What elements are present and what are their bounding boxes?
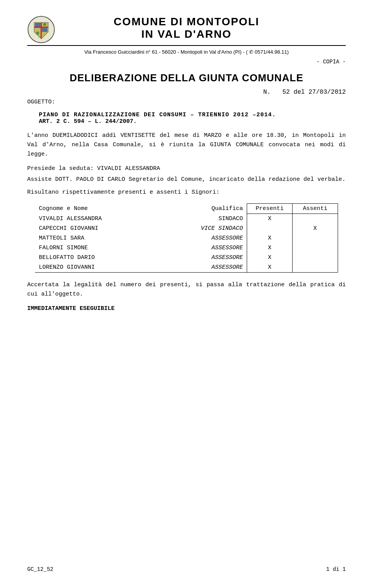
immediatamente-text: IMMEDIATAMENTE ESEGUIBILE <box>27 305 346 312</box>
body-paragraph1: L'anno DUEMILADODICI addì VENTISETTE del… <box>27 131 346 159</box>
svg-rect-3 <box>35 23 40 27</box>
th-qualifica: Qualifica <box>156 204 247 214</box>
deliberazione-title: DELIBERAZIONE DELLA GIUNTA COMUNALE <box>27 72 346 84</box>
table-row: VIVALDI ALESSANDRASINDACOX <box>35 214 338 224</box>
td-presenti: X <box>247 243 293 253</box>
crest-icon <box>27 16 55 44</box>
th-presenti: Presenti <box>247 204 293 214</box>
logo <box>27 16 58 47</box>
th-assenti: Assenti <box>293 204 338 214</box>
piano-text: PIANO DI RAZIONALIZZAZIONE DEI CONSUMI –… <box>39 112 346 118</box>
td-presenti: X <box>247 253 293 262</box>
svg-point-5 <box>36 32 39 35</box>
page-footer: GC_12_52 1 di 1 <box>27 566 346 572</box>
numero-value: 52 del 27/03/2012 <box>282 89 346 96</box>
numero-line: N. 52 del 27/03/2012 <box>27 89 346 96</box>
title-block: COMUNE DI MONTOPOLI IN VAL D'ARNO <box>27 16 346 40</box>
td-assenti: X <box>293 224 338 233</box>
td-cognome: CAPECCHI GIOVANNI <box>35 224 156 233</box>
svg-point-6 <box>43 23 46 26</box>
address: Via Francesco Guicciardini n° 61 - 56020… <box>27 49 346 55</box>
td-presenti: X <box>247 233 293 243</box>
table-row: MATTEOLI SARAASSESSOREX <box>35 233 338 243</box>
svg-rect-4 <box>42 28 47 32</box>
td-qualifica: SINDACO <box>156 214 247 224</box>
presiede-text: Presiede la seduta: VIVALDI ALESSANDRA <box>27 165 346 172</box>
td-cognome: VIVALDI ALESSANDRA <box>35 214 156 224</box>
td-qualifica: ASSESSORE <box>156 253 247 262</box>
td-qualifica: VICE SINDACO <box>156 224 247 233</box>
td-cognome: FALORNI SIMONE <box>35 243 156 253</box>
td-presenti: X <box>247 214 293 224</box>
td-assenti <box>293 253 338 262</box>
td-cognome: LORENZO GIOVANNI <box>35 262 156 273</box>
td-assenti <box>293 262 338 273</box>
td-qualifica: ASSESSORE <box>156 262 247 273</box>
footer-left: GC_12_52 <box>27 566 53 572</box>
accertata-text: Accertata la legalità del numero dei pre… <box>27 280 346 299</box>
title-line2: IN VAL D'ARNO <box>27 28 346 40</box>
presence-table: Cognome e Nome Qualifica Presenti Assent… <box>35 203 338 273</box>
risultano-text: Risultano rispettivamente presenti e ass… <box>27 189 346 196</box>
td-assenti <box>293 214 338 224</box>
numero-label: N. <box>263 89 271 96</box>
table-row: FALORNI SIMONEASSESSOREX <box>35 243 338 253</box>
th-cognome: Cognome e Nome <box>35 204 156 214</box>
td-presenti: X <box>247 262 293 273</box>
page-header: COMUNE DI MONTOPOLI IN VAL D'ARNO <box>27 16 346 40</box>
copia-label: - COPIA - <box>27 59 346 65</box>
table-header-row: Cognome e Nome Qualifica Presenti Assent… <box>35 204 338 214</box>
oggetto-line: OGGETTO: <box>27 99 346 105</box>
td-qualifica: ASSESSORE <box>156 233 247 243</box>
table-row: CAPECCHI GIOVANNIVICE SINDACOX <box>35 224 338 233</box>
footer-right: 1 di 1 <box>326 566 346 572</box>
piano-block: PIANO DI RAZIONALIZZAZIONE DEI CONSUMI –… <box>39 112 346 125</box>
assiste-text: Assiste DOTT. PAOLO DI CARLO Segretario … <box>27 175 346 184</box>
table-row: BELLOFATTO DARIOASSESSOREX <box>35 253 338 262</box>
presence-table-container: Cognome e Nome Qualifica Presenti Assent… <box>35 203 338 273</box>
td-assenti <box>293 233 338 243</box>
title-line1: COMUNE DI MONTOPOLI <box>27 16 346 28</box>
td-cognome: BELLOFATTO DARIO <box>35 253 156 262</box>
oggetto-label: OGGETTO: <box>27 99 55 105</box>
td-presenti <box>247 224 293 233</box>
td-qualifica: ASSESSORE <box>156 243 247 253</box>
header-divider <box>27 45 346 46</box>
td-cognome: MATTEOLI SARA <box>35 233 156 243</box>
table-row: LORENZO GIOVANNIASSESSOREX <box>35 262 338 273</box>
art-text: ART. 2 C. 594 – L. 244/2007. <box>39 118 346 125</box>
td-assenti <box>293 243 338 253</box>
